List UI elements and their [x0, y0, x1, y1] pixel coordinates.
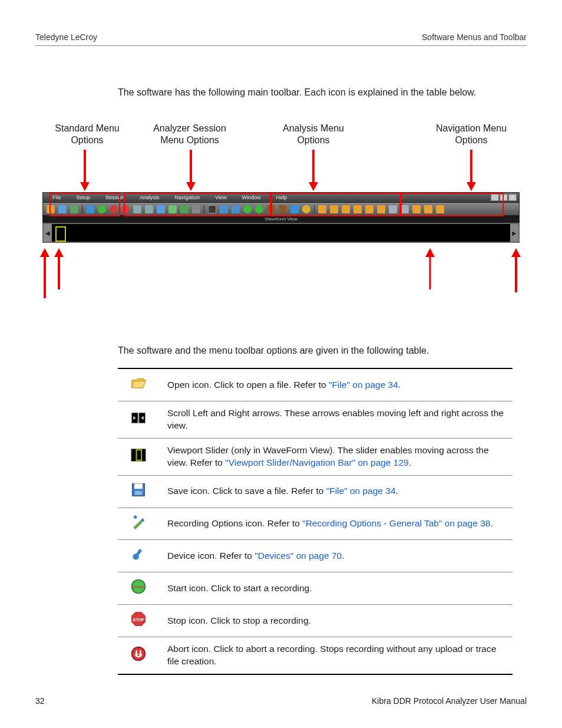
- scroll-right-icon[interactable]: ▶: [510, 224, 518, 242]
- table-row: STARTStart icon. Click to start a record…: [118, 572, 513, 605]
- callout-analysis: Analysis Menu Options: [266, 123, 361, 146]
- svg-marker-5: [309, 182, 318, 191]
- scroll-left-icon[interactable]: ◀: [44, 224, 52, 242]
- description-cell: Abort icon. Click to abort a recording. …: [159, 637, 513, 674]
- abort-icon: [118, 637, 159, 674]
- open-icon: [118, 368, 159, 401]
- svg-rect-24: [135, 490, 142, 495]
- svg-marker-14: [511, 248, 521, 257]
- device-icon: [118, 540, 159, 572]
- arrow-down-icon: [186, 150, 196, 191]
- scroll-icon: [118, 401, 159, 438]
- close-icon[interactable]: ×: [508, 194, 517, 201]
- waveform-view-area: ◀ ▶: [42, 223, 520, 243]
- table-row: Abort icon. Click to abort a recording. …: [118, 637, 513, 674]
- doc-link[interactable]: "File" on page 34: [326, 486, 396, 496]
- highlight-navigation: [401, 193, 504, 216]
- table-row: Open icon. Click to open a file. Refer t…: [118, 368, 513, 401]
- toolbar-description-table: Open icon. Click to open a file. Refer t…: [118, 368, 513, 675]
- waveform-view-label: Waveform View: [42, 216, 520, 223]
- description-cell: Scroll Left and Right arrows. These arro…: [159, 401, 513, 438]
- page-header: Teledyne LeCroy Software Menus and Toolb…: [35, 32, 527, 46]
- arrow-up-icon: [40, 248, 49, 298]
- highlight-session: [124, 193, 271, 216]
- svg-text:STOP: STOP: [133, 618, 144, 622]
- intro2-text: The software and the menu toolbar option…: [118, 345, 527, 356]
- table-row: STOPStop icon. Click to stop a recording…: [118, 605, 513, 637]
- svg-marker-3: [186, 182, 196, 191]
- viewport-slider[interactable]: [55, 226, 66, 242]
- header-left: Teledyne LeCroy: [35, 32, 97, 42]
- svg-text:START: START: [133, 585, 144, 589]
- svg-rect-20: [131, 449, 146, 461]
- intro-text: The software has the following main tool…: [118, 87, 527, 98]
- doc-link[interactable]: "File" on page 34: [329, 380, 398, 390]
- description-cell: Start icon. Click to start a recording.: [159, 572, 513, 605]
- table-row: Recording Options icon. Refer to "Record…: [118, 508, 513, 540]
- svg-marker-10: [54, 248, 64, 257]
- description-cell: Device icon. Refer to "Devices" on page …: [159, 540, 513, 572]
- table-row: Viewport Slider (only in WaveForm View).…: [118, 438, 513, 475]
- arrow-up-icon: [54, 248, 64, 289]
- svg-marker-8: [40, 248, 49, 257]
- arrow-down-icon: [309, 150, 318, 191]
- description-cell: Recording Options icon. Refer to "Record…: [159, 508, 513, 540]
- callout-session: Analyzer Session Menu Options: [143, 123, 237, 146]
- description-cell: Open icon. Click to open a file. Refer t…: [159, 368, 513, 401]
- footer-title: Kibra DDR Protocol Analyzer User Manual: [372, 696, 527, 706]
- viewport-slider-icon: [118, 438, 159, 475]
- save-icon: [118, 475, 159, 508]
- svg-marker-7: [467, 182, 476, 191]
- arrow-up-icon: [511, 248, 521, 292]
- stop-icon: STOP: [118, 605, 159, 637]
- highlight-analysis: [271, 193, 401, 216]
- svg-marker-1: [80, 182, 90, 191]
- doc-link[interactable]: "Devices" on page 70: [254, 551, 342, 561]
- svg-point-31: [132, 647, 146, 661]
- arrow-down-icon: [467, 150, 476, 191]
- callout-standard: Standard Menu Options: [40, 123, 134, 146]
- table-row: Scroll Left and Right arrows. These arro…: [118, 401, 513, 438]
- toolbar-diagram: Standard Menu Options Analyzer Session M…: [42, 116, 520, 310]
- svg-marker-12: [425, 248, 435, 257]
- description-cell: Viewport Slider (only in WaveForm View).…: [159, 438, 513, 475]
- table-row: Device icon. Refer to "Devices" on page …: [118, 540, 513, 572]
- arrow-down-icon: [80, 150, 90, 191]
- table-row: Save icon. Click to save a file. Refer t…: [118, 475, 513, 508]
- callout-navigation: Navigation Menu Options: [424, 123, 518, 146]
- arrow-up-icon: [425, 248, 435, 289]
- svg-rect-23: [134, 483, 143, 489]
- doc-link[interactable]: "Viewport Slider/Navigation Bar" on page…: [225, 457, 408, 467]
- description-cell: Stop icon. Click to stop a recording.: [159, 605, 513, 637]
- doc-link[interactable]: "Recording Options - General Tab" on pag…: [302, 518, 490, 528]
- highlight-standard: [49, 193, 120, 216]
- page-footer: 32 Kibra DDR Protocol Analyzer User Manu…: [35, 696, 527, 706]
- description-cell: Save icon. Click to save a file. Refer t…: [159, 475, 513, 508]
- header-right: Software Menus and Toolbar: [422, 32, 527, 42]
- start-icon: START: [118, 572, 159, 605]
- recording-options-icon: [118, 508, 159, 540]
- page-number: 32: [35, 696, 45, 706]
